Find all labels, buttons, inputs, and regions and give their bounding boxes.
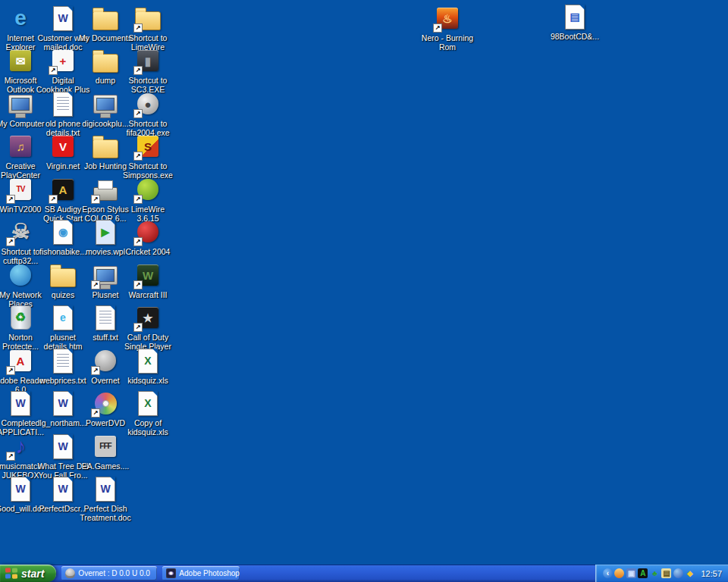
epson-stylus-color-6-icon: ↗ — [92, 176, 119, 203]
shortcut-arrow-overlay: ↗ — [49, 195, 58, 204]
avg-antivirus-icon[interactable]: A — [638, 568, 648, 578]
tray-network-windows-icon[interactable]: ▣ — [626, 568, 636, 578]
desktop-icon-warcraft-iii[interactable]: W↗Warcraft III — [121, 261, 175, 299]
shortcut-to-fifa2004-exe-icon: ●↗ — [134, 90, 162, 117]
desktop-icon-label: Cricket 2004 — [126, 247, 171, 256]
desktop-icon-label: 98BootCD&... — [551, 32, 599, 41]
kidsquiz-xls-icon: X — [134, 347, 162, 374]
microsoft-outlook-icon: ✉ — [7, 47, 34, 74]
musicmatch-jukebox-icon: ♪↗ — [7, 433, 34, 460]
taskbar-button-adobe-photoshop[interactable]: Adobe Photoshop — [162, 566, 240, 580]
ea-games-icon: FFF — [92, 433, 119, 460]
epson-status-icon[interactable]: ▤ — [661, 568, 671, 578]
shortcut-to-cutftp32-icon: ☠↗ — [7, 218, 34, 246]
perfectdscr-icon: W — [49, 475, 77, 502]
shortcut-arrow-overlay: ↗ — [133, 109, 143, 118]
desktop-icon-label: Virgin.net — [46, 161, 80, 171]
desktop-icon-limewire-3-6-15[interactable]: ↗LimeWire 3.6.15 — [121, 176, 175, 223]
shortcut-arrow-overlay: ↗ — [133, 195, 143, 204]
desktop-icon-label: Overnet — [91, 376, 119, 385]
nero-burning-rom-icon: ♨↗ — [434, 5, 461, 32]
taskbar-button-overnet[interactable]: Overnet : D 0.0 U 0.0 — [61, 566, 157, 580]
shortcut-arrow-overlay: ↗ — [6, 366, 15, 375]
start-button[interactable]: start — [0, 565, 56, 582]
copy-of-kidsquiz-xls-icon: X — [134, 390, 162, 417]
98bootcd-icon: ▤ — [561, 3, 588, 30]
desktop-icon-shortcut-to-sc3-exe[interactable]: ▮↗Shortcut to SC3.EXE — [121, 47, 175, 94]
my-documents-icon — [92, 5, 119, 32]
shortcut-arrow-overlay: ↗ — [6, 452, 15, 461]
desktop-icon-98bootcd[interactable]: ▤98BootCD&... — [548, 3, 602, 41]
desktop-icon-label: PowerDVD — [86, 418, 125, 427]
powerdvd-icon: ↗ — [92, 390, 119, 417]
desktop-icon-copy-of-kidsquiz-xls[interactable]: XCopy of kidsquiz.xls — [121, 390, 175, 436]
warcraft-iii-icon: W↗ — [134, 261, 162, 289]
desktop-icon-label: dump — [96, 76, 115, 85]
shortcut-to-simpsons-exe-icon: S↗ — [134, 133, 162, 160]
quizes-icon — [49, 261, 77, 289]
shortcut-arrow-overlay: ↗ — [133, 23, 143, 33]
desktop-icon-kidsquiz-xls[interactable]: Xkidsquiz.xls — [121, 347, 175, 385]
desktop-icon-shortcut-to-fifa2004-exe[interactable]: ●↗Shortcut to fifa2004.exe — [121, 90, 175, 137]
customer-was-mailed-doc-icon: W — [49, 5, 77, 32]
desktop-icon-label: stuff.txt — [93, 333, 118, 342]
desktop-icon-shortcut-to-simpsons-exe[interactable]: S↗Shortcut to Simpsons.exe — [121, 133, 175, 180]
creative-playcenter-icon: ♫ — [7, 133, 34, 160]
call-of-duty-single-player-icon: ★↗ — [134, 304, 162, 331]
shortcut-arrow-overlay: ↗ — [433, 23, 442, 33]
clock[interactable]: 12:57 — [701, 569, 722, 578]
webprices-txt-icon — [49, 347, 77, 374]
sb-audigy-quick-start-icon: A↗ — [49, 176, 77, 203]
tray-icons: ‹▣A♣▤◆ — [603, 568, 695, 578]
shortcut-arrow-overlay: ↗ — [91, 366, 100, 375]
overnet-icon: ↗ — [92, 347, 119, 374]
desktop-icon-perfect-dish-treatment-doc[interactable]: WPerfect Dish Treatment.doc — [78, 475, 133, 522]
desktop-icon-label: quizes — [52, 290, 74, 299]
tray-yellow-diamond-icon[interactable]: ◆ — [685, 568, 695, 578]
tray-blue-globe-icon[interactable] — [673, 568, 683, 578]
shortcut-to-sc3-exe-icon: ▮↗ — [134, 47, 162, 74]
shortcut-arrow-overlay: ↗ — [6, 195, 15, 204]
my-network-places-icon — [7, 261, 34, 289]
internet-explorer-icon: e — [7, 5, 34, 32]
limewire-3-6-15-icon: ↗ — [134, 176, 162, 203]
adobe-reader-6-0-icon: A↗ — [7, 347, 34, 374]
desktop-icon-shortcut-to-limewire[interactable]: ↗Shortcut to LimeWire — [121, 5, 175, 52]
norton-protecte-icon: ♻ — [7, 304, 34, 331]
show-hidden-icons-chevron[interactable]: ‹ — [603, 568, 613, 578]
good-will-doc-icon: W — [7, 475, 34, 502]
desktop-icon-label: Perfect Dish Treatment.doc — [78, 504, 133, 522]
digicookplu-icon — [92, 90, 119, 117]
virgin-net-icon: V — [49, 133, 77, 160]
shortcut-arrow-overlay: ↗ — [133, 323, 143, 332]
my-computer-icon — [7, 90, 34, 117]
cricket-2004-icon: ↗ — [134, 218, 162, 246]
shortcut-arrow-overlay: ↗ — [91, 195, 100, 204]
desktop-icon-label: EA.Games.... — [82, 462, 129, 471]
shortcut-to-limewire-icon: ↗ — [134, 5, 162, 32]
start-label: start — [21, 568, 44, 580]
desktop-icon-nero-burning-rom[interactable]: ♨↗Nero - Burning Rom — [420, 5, 475, 52]
tray-green-tree-icon[interactable]: ♣ — [650, 568, 660, 578]
shortcut-arrow-overlay: ↗ — [49, 66, 58, 75]
desktop-icon-call-of-duty-single-player[interactable]: ★↗Call of Duty Single Player — [121, 304, 175, 351]
desktop-icon-cricket-2004[interactable]: ↗Cricket 2004 — [121, 218, 175, 256]
digital-cookbook-plus-icon: +↗ — [49, 47, 77, 74]
shortcut-arrow-overlay: ↗ — [6, 237, 15, 246]
shortcut-arrow-overlay: ↗ — [133, 280, 143, 289]
shortcut-arrow-overlay: ↗ — [91, 280, 100, 289]
job-hunting-icon — [92, 133, 119, 160]
old-phone-details-txt-icon — [49, 90, 77, 117]
what-tree-did-you-fall-fro-icon: W — [49, 433, 77, 460]
shortcut-arrow-overlay: ↗ — [133, 237, 143, 246]
system-tray: ‹▣A♣▤◆ 12:57 — [595, 565, 728, 582]
desktop-icon-label: kidsquiz.xls — [127, 376, 168, 385]
tray-orange-agent-icon[interactable] — [614, 568, 624, 578]
photoshop-icon — [166, 568, 176, 578]
wintv2000-icon: TV↗ — [7, 176, 34, 203]
taskbar: start Overnet : D 0.0 U 0.0 Adobe Photos… — [0, 565, 728, 582]
lg-northam-icon: W — [49, 390, 77, 417]
desktop-icon-ea-games[interactable]: FFFEA.Games.... — [78, 433, 133, 471]
plusnet-details-htm-icon: e — [49, 304, 77, 331]
shortcut-arrow-overlay: ↗ — [133, 66, 143, 75]
